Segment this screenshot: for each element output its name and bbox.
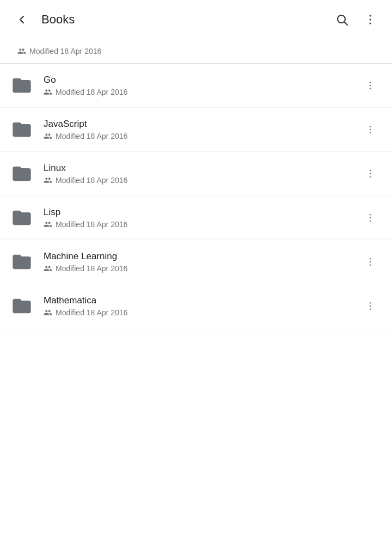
item-name: Machine Learning <box>44 251 357 262</box>
item-name: Go <box>44 75 357 85</box>
list-item[interactable]: Go Modified 18 Apr 2016 <box>0 64 392 108</box>
item-info: Mathematica Modified 18 Apr 2016 <box>44 295 357 317</box>
svg-point-17 <box>370 258 371 260</box>
svg-point-12 <box>370 173 371 175</box>
list-item[interactable]: Machine Learning Modified 18 Apr 2016 <box>0 240 392 284</box>
svg-point-9 <box>370 129 371 131</box>
shared-icon <box>17 47 26 56</box>
item-modified: Modified 18 Apr 2016 <box>56 308 127 317</box>
folder-icon <box>9 205 35 231</box>
item-meta: Modified 18 Apr 2016 <box>44 176 357 185</box>
list-item[interactable]: Lisp Modified 18 Apr 2016 <box>0 196 392 240</box>
item-modified: Modified 18 Apr 2016 <box>56 176 127 185</box>
svg-point-16 <box>370 221 371 222</box>
partial-list-item: Modified 18 Apr 2016 <box>0 39 392 64</box>
item-more-button[interactable] <box>357 205 383 231</box>
svg-point-22 <box>370 309 371 310</box>
shared-icon <box>44 176 52 185</box>
shared-icon <box>44 132 52 140</box>
item-more-button[interactable] <box>357 249 383 275</box>
svg-point-21 <box>370 306 371 307</box>
item-modified: Modified 18 Apr 2016 <box>56 88 127 96</box>
item-info: Machine Learning Modified 18 Apr 2016 <box>44 251 357 273</box>
svg-point-6 <box>370 85 371 87</box>
svg-point-14 <box>370 214 371 216</box>
item-name: Mathematica <box>44 295 357 306</box>
svg-point-20 <box>370 302 371 304</box>
app-header: Books <box>0 0 392 39</box>
folder-icon <box>9 117 35 143</box>
item-meta: Modified 18 Apr 2016 <box>44 88 357 96</box>
folder-icon <box>9 293 35 319</box>
svg-point-3 <box>370 19 371 21</box>
item-modified: Modified 18 Apr 2016 <box>56 132 127 140</box>
svg-point-19 <box>370 265 371 266</box>
item-info: JavaScript Modified 18 Apr 2016 <box>44 119 357 140</box>
svg-point-7 <box>370 88 371 90</box>
header-actions <box>329 7 383 33</box>
item-meta: Modified 18 Apr 2016 <box>44 308 357 317</box>
svg-point-4 <box>370 23 371 25</box>
folder-icon <box>9 161 35 187</box>
shared-icon <box>44 88 52 96</box>
item-modified: Modified 18 Apr 2016 <box>56 264 127 273</box>
item-info: Linux Modified 18 Apr 2016 <box>44 163 357 185</box>
svg-point-11 <box>370 170 371 172</box>
shared-icon <box>44 220 52 229</box>
item-more-button[interactable] <box>357 72 383 99</box>
svg-line-1 <box>345 22 348 26</box>
item-name: JavaScript <box>44 119 357 130</box>
item-meta: Modified 18 Apr 2016 <box>44 220 357 229</box>
item-meta: Modified 18 Apr 2016 <box>44 132 357 140</box>
item-info: Lisp Modified 18 Apr 2016 <box>44 207 357 229</box>
more-options-button[interactable] <box>357 7 383 33</box>
shared-icon <box>44 308 52 317</box>
back-button[interactable] <box>9 7 35 33</box>
list-item[interactable]: Linux Modified 18 Apr 2016 <box>0 152 392 196</box>
item-more-button[interactable] <box>357 293 383 319</box>
partial-item-meta: Modified 18 Apr 2016 <box>17 47 383 56</box>
item-more-button[interactable] <box>357 117 383 143</box>
svg-point-8 <box>370 126 371 127</box>
partial-item-modified: Modified 18 Apr 2016 <box>29 47 101 56</box>
svg-point-10 <box>370 132 371 134</box>
item-meta: Modified 18 Apr 2016 <box>44 264 357 273</box>
item-more-button[interactable] <box>357 161 383 187</box>
item-name: Lisp <box>44 207 357 218</box>
item-modified: Modified 18 Apr 2016 <box>56 220 127 229</box>
list-item[interactable]: Mathematica Modified 18 Apr 2016 <box>0 284 392 328</box>
page-title: Books <box>35 13 329 27</box>
search-button[interactable] <box>329 7 355 33</box>
svg-point-18 <box>370 261 371 263</box>
svg-point-13 <box>370 176 371 178</box>
list-item[interactable]: JavaScript Modified 18 Apr 2016 <box>0 108 392 152</box>
svg-point-5 <box>370 82 371 83</box>
item-info: Go Modified 18 Apr 2016 <box>44 75 357 96</box>
item-name: Linux <box>44 163 357 174</box>
shared-icon <box>44 264 52 273</box>
svg-point-15 <box>370 217 371 219</box>
file-list: Go Modified 18 Apr 2016 <box>0 64 392 328</box>
svg-point-2 <box>370 15 371 17</box>
folder-icon <box>9 72 35 99</box>
folder-icon <box>9 249 35 275</box>
partial-item-info: Modified 18 Apr 2016 <box>17 47 383 56</box>
